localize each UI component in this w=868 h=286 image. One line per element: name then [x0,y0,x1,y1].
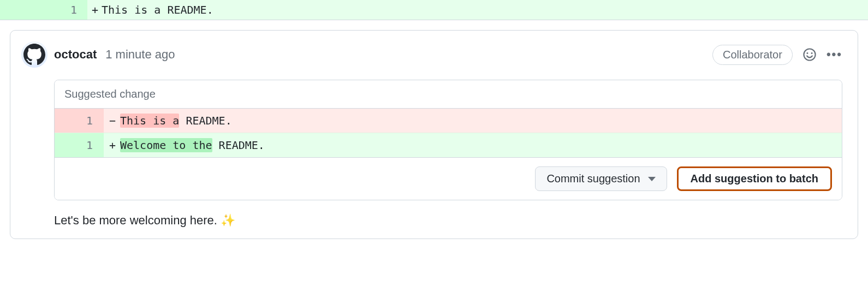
role-badge: Collaborator [712,45,793,65]
suggestion-actions: Commit suggestion Add suggestion to batc… [55,157,842,200]
svg-point-0 [806,52,808,54]
diff-added-line: 1 + This is a README. [0,0,868,20]
sparkles-icon: ✨ [221,213,235,228]
diff-marker: + [104,133,120,157]
comment-timestamp[interactable]: 1 minute ago [105,47,175,62]
diff-marker: − [104,109,120,133]
line-number-empty [0,0,44,20]
comment-header-actions: Collaborator ••• [712,45,842,65]
add-to-batch-label: Add suggestion to batch [691,172,818,185]
add-reaction-button[interactable] [802,47,817,62]
line-number: 1 [55,133,104,157]
suggested-change-box: Suggested change 1 − This is a README. 1… [54,80,842,200]
svg-point-1 [811,52,812,54]
avatar[interactable] [21,41,47,68]
diff-added-line: 1 + Welcome to the README. [55,133,842,157]
diff-code: Welcome to the README. [120,133,842,157]
added-highlight: Welcome to the [120,138,212,152]
diff-deleted-line: 1 − This is a README. [55,109,842,133]
comment-author[interactable]: octocat [54,47,97,62]
diff-code: This is a README. [120,109,842,133]
suggested-change-title: Suggested change [55,80,842,109]
commit-suggestion-button[interactable]: Commit suggestion [535,166,667,191]
kebab-icon: ••• [827,47,842,62]
octocat-icon [23,44,45,65]
add-suggestion-to-batch-button[interactable]: Add suggestion to batch [677,166,832,191]
caret-down-icon [648,177,656,181]
smiley-icon [802,47,817,62]
diff-code: This is a README. [102,0,868,20]
diff-marker: + [87,0,102,20]
line-number: 1 [44,0,87,20]
comment-body: Let's be more welcoming here. ✨ [54,213,842,228]
review-comment: octocat 1 minute ago Collaborator ••• Su… [10,30,858,239]
comment-text: Let's be more welcoming here. [54,213,217,228]
comment-header: octocat 1 minute ago Collaborator ••• [21,41,842,68]
more-actions-button[interactable]: ••• [827,47,842,62]
deleted-highlight: This is a [120,114,179,128]
commit-suggestion-label: Commit suggestion [546,172,640,185]
line-number: 1 [55,109,104,133]
added-rest: README. [212,139,265,152]
deleted-rest: README. [179,114,231,127]
